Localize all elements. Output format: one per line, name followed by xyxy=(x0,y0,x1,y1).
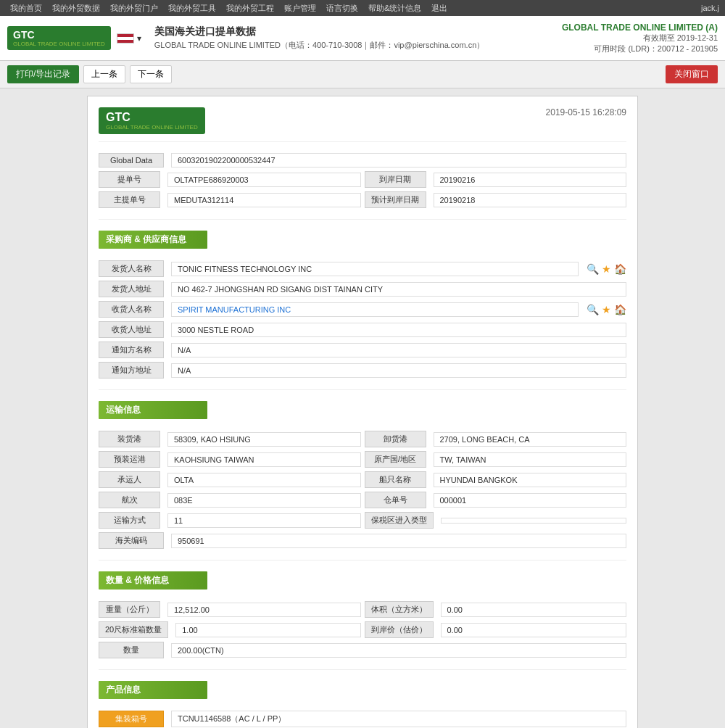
consignee-addr-value: 3000 NESTLE ROAD xyxy=(171,323,626,337)
warehouse-label: 仓单号 xyxy=(365,492,426,508)
global-data-value: 6003201902200000532447 xyxy=(171,153,626,167)
doc-timestamp: 2019-05-15 16:28:09 xyxy=(546,107,626,117)
flag-area: ▾ xyxy=(117,33,141,44)
document-panel: GTC GLOBAL TRADE ONLINE LIMITED 2019-05-… xyxy=(87,96,638,728)
shipper-addr-row: 发货人地址 NO 462-7 JHONGSHAN RD SIGANG DIST … xyxy=(99,281,626,297)
qty-value: 200.00(CTN) xyxy=(171,643,626,658)
notify-name-value: N/A xyxy=(171,343,626,357)
quantity-section: 数量 & 价格信息 重量（公斤） 12,512.00 体积（立方米） 0.00 … xyxy=(99,571,626,670)
top-navigation: 我的首页 我的外贸数据 我的外贸门户 我的外贸工具 我的外贸工程 账户管理 语言… xyxy=(0,0,725,16)
container20-value: 1.00 xyxy=(175,623,360,637)
global-data-label: Global Data xyxy=(99,153,164,167)
voyage-value: 083E xyxy=(167,493,361,508)
prev-button[interactable]: 上一条 xyxy=(83,65,125,83)
supplier-header: 采购商 & 供应商信息 xyxy=(99,231,626,255)
nav-trade-tools[interactable]: 我的外贸工具 xyxy=(164,1,220,15)
qty-row: 数量 200.00(CTN) xyxy=(99,642,626,658)
shipper-addr-label: 发货人地址 xyxy=(99,281,164,297)
transport-row: 运输方式 11 保税区进入类型 xyxy=(99,512,626,529)
consignee-name-label: 收货人名称 xyxy=(99,301,164,318)
nav-trade-portal[interactable]: 我的外贸门户 xyxy=(106,1,162,15)
product-section: 产品信息 集装箱号 TCNU1146588（AC / L / PP） 集装箱尺寸… xyxy=(99,681,626,728)
consignee-star-icon[interactable]: ★ xyxy=(602,304,611,315)
origin-value: TW, TAIWAN xyxy=(434,452,627,467)
quantity-section-title: 数量 & 价格信息 xyxy=(99,571,207,590)
notify-name-label: 通知方名称 xyxy=(99,342,164,358)
master-bill-label: 主提单号 xyxy=(99,191,160,208)
shipping-section-title: 运输信息 xyxy=(99,401,207,419)
arrival-date-value: 20190216 xyxy=(434,173,627,187)
logo-area: GTC GLOBAL TRADE ONLINE LIMITED ▾ 美国海关进口… xyxy=(7,25,484,51)
header-title: 美国海关进口提单数据 GLOBAL TRADE ONLINE LIMITED（电… xyxy=(154,25,485,51)
nav-logout[interactable]: 退出 xyxy=(427,1,452,15)
vessel-value: HYUNDAI BANGKOK xyxy=(434,473,627,487)
flight-row: 航次 083E 仓单号 000001 xyxy=(99,492,626,508)
voyage-label: 航次 xyxy=(99,492,160,508)
consignee-name-row: 收货人名称 SPIRIT MANUFACTURING INC 🔍 ★ 🏠 xyxy=(99,301,626,318)
ftz-value xyxy=(441,518,627,524)
logo: GTC GLOBAL TRADE ONLINE LIMITED xyxy=(7,26,111,50)
close-button[interactable]: 关闭窗口 xyxy=(666,65,718,83)
consignee-icons: 🔍 ★ 🏠 xyxy=(587,304,626,315)
doc-header: GTC GLOBAL TRADE ONLINE LIMITED 2019-05-… xyxy=(99,107,626,142)
carrier-value: OLTA xyxy=(167,473,361,487)
warehouse-value: 000001 xyxy=(434,493,627,508)
nav-account[interactable]: 账户管理 xyxy=(280,1,320,15)
print-button[interactable]: 打印/导出记录 xyxy=(7,65,79,83)
arrival-price-label: 到岸价（估价） xyxy=(365,621,434,638)
voyage-row: 预装运港 KAOHSIUNG TAIWAN 原产国/地区 TW, TAIWAN xyxy=(99,451,626,468)
nav-help[interactable]: 帮助&统计信息 xyxy=(364,1,426,15)
nav-menu: 我的首页 我的外贸数据 我的外贸门户 我的外贸工具 我的外贸工程 账户管理 语言… xyxy=(6,1,452,15)
nav-language[interactable]: 语言切换 xyxy=(322,1,362,15)
time-range: 可用时段 (LDR)：200712 - 201905 xyxy=(562,44,718,54)
transport-label: 运输方式 xyxy=(99,512,160,529)
container-no-label: 集装箱号 xyxy=(99,711,164,727)
nav-home[interactable]: 我的首页 xyxy=(6,1,46,15)
consignee-addr-label: 收货人地址 xyxy=(99,321,164,338)
validity-date: 有效期至 2019-12-31 xyxy=(562,33,718,44)
carrier-row: 承运人 OLTA 船只名称 HYUNDAI BANGKOK xyxy=(99,471,626,488)
next-button[interactable]: 下一条 xyxy=(130,65,172,83)
transport-value: 11 xyxy=(167,513,361,528)
bill-no-value: OLTATPE686920003 xyxy=(167,173,361,187)
shipper-name-value: TONIC FITNESS TECHNOLOGY INC xyxy=(171,262,579,276)
est-arrival-label: 预计到岸日期 xyxy=(365,191,426,208)
page-title: 美国海关进口提单数据 xyxy=(154,25,485,38)
qty-label: 数量 xyxy=(99,642,164,658)
main-content: GTC GLOBAL TRADE ONLINE LIMITED 2019-05-… xyxy=(0,88,725,728)
ftz-label: 保税区进入类型 xyxy=(365,512,434,529)
toolbar: 打印/导出记录 上一条 下一条 关闭窗口 xyxy=(0,61,725,88)
loading-port-label: 装货港 xyxy=(99,431,160,447)
shipper-addr-value: NO 462-7 JHONGSHAN RD SIGANG DIST TAINAN… xyxy=(171,282,626,297)
consignee-name-value[interactable]: SPIRIT MANUFACTURING INC xyxy=(171,302,579,317)
carrier-label: 承运人 xyxy=(99,471,160,488)
doc-logo: GTC GLOBAL TRADE ONLINE LIMITED xyxy=(99,107,205,134)
unloading-port-value: 2709, LONG BEACH, CA xyxy=(434,432,627,447)
container-no-value: TCNU1146588（AC / L / PP） xyxy=(171,711,626,727)
company-info: GLOBAL TRADE ONLINE LIMITED（电话：400-710-3… xyxy=(154,40,485,51)
shipper-star-icon[interactable]: ★ xyxy=(602,263,611,275)
nav-trade-data[interactable]: 我的外贸数据 xyxy=(48,1,104,15)
consignee-search-icon[interactable]: 🔍 xyxy=(587,304,599,315)
bill-no-label: 提单号 xyxy=(99,171,160,188)
notify-addr-value: N/A xyxy=(171,363,626,378)
shipper-name-row: 发货人名称 TONIC FITNESS TECHNOLOGY INC 🔍 ★ 🏠 xyxy=(99,260,626,277)
arrival-price-value: 0.00 xyxy=(441,623,627,637)
company-name: GLOBAL TRADE ONLINE LIMITED (A) xyxy=(562,22,718,33)
nav-trade-project[interactable]: 我的外贸工程 xyxy=(222,1,278,15)
bill-row: 提单号 OLTATPE686920003 到岸日期 20190216 xyxy=(99,171,626,188)
notify-name-row: 通知方名称 N/A xyxy=(99,342,626,358)
pre-voyage-value: KAOHSIUNG TAIWAN xyxy=(167,452,361,467)
basic-info-section: Global Data 6003201902200000532447 提单号 O… xyxy=(99,153,626,220)
consignee-location-icon[interactable]: 🏠 xyxy=(614,304,626,315)
shipper-search-icon[interactable]: 🔍 xyxy=(587,263,599,275)
notify-addr-row: 通知方地址 N/A xyxy=(99,362,626,379)
nav-user: jack.j xyxy=(701,4,719,12)
shipper-name-label: 发货人名称 xyxy=(99,260,164,277)
container20-label: 20尺标准箱数量 xyxy=(99,621,168,638)
origin-label: 原产国/地区 xyxy=(365,451,426,468)
loading-port-value: 58309, KAO HSIUNG xyxy=(167,432,361,447)
shipper-location-icon[interactable]: 🏠 xyxy=(614,263,626,275)
vessel-label: 船只名称 xyxy=(365,471,426,488)
product-section-title: 产品信息 xyxy=(99,681,207,699)
